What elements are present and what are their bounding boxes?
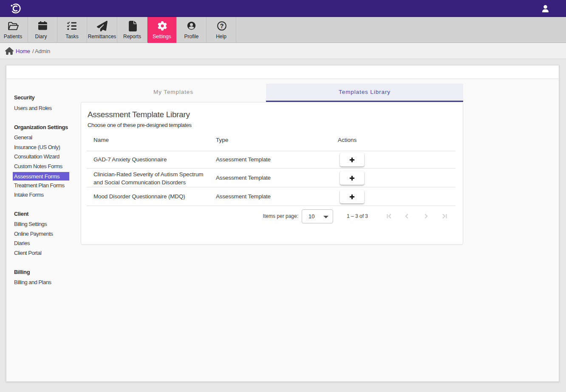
svg-text:?: ? — [220, 23, 224, 29]
